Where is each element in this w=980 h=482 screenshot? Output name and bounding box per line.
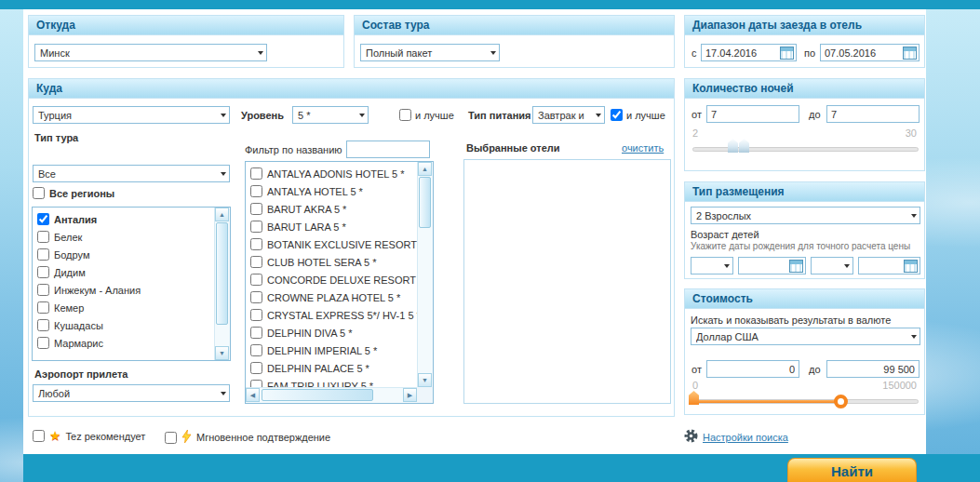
child1-age-select[interactable] (691, 257, 733, 274)
hotel-item[interactable]: CROWNE PLAZA HOTEL 5 * (247, 288, 417, 306)
calendar-icon[interactable] (789, 260, 803, 273)
country-select[interactable]: Турция (33, 106, 230, 124)
scroll-right-icon[interactable]: ▶ (403, 388, 417, 402)
child1-dob-input[interactable] (743, 261, 787, 272)
section-nights: Количество ночей от до 2 30 (684, 78, 925, 171)
region-item[interactable]: Дидим (34, 263, 214, 281)
region-checkbox[interactable] (37, 231, 49, 243)
scroll-down-icon[interactable]: ▼ (418, 373, 432, 387)
from-city-select[interactable]: Минск (34, 44, 267, 61)
hotel-item[interactable]: DELPHIN DIVA 5 * (247, 324, 417, 341)
nights-slider-track[interactable] (692, 147, 919, 152)
meal-select[interactable]: Завтрак и (532, 106, 605, 124)
search-button[interactable]: Найти (787, 458, 917, 482)
hotel-item[interactable]: DELPHIN IMPERIAL 5 * (247, 341, 417, 359)
level-better-checkbox[interactable] (399, 109, 411, 121)
search-settings[interactable]: Настройки поиска (684, 429, 788, 445)
hotel-checkbox[interactable] (250, 185, 262, 197)
region-item[interactable]: Анталия (34, 210, 214, 228)
nights-slider-handle-min[interactable] (728, 139, 738, 153)
region-item[interactable]: Кушадасы (34, 316, 214, 334)
scroll-up-icon[interactable]: ▲ (418, 162, 432, 176)
hotel-label: CONCORDE DELUXE RESORT 5 * (267, 274, 417, 286)
accommodation-select[interactable]: 2 Взрослых (691, 207, 920, 224)
hotel-item[interactable]: ANTALYA ADONIS HOTEL 5 * (247, 165, 417, 182)
cost-slider-handle-min[interactable] (689, 391, 699, 405)
region-label: Бодрум (54, 249, 89, 261)
hotel-item[interactable]: FAM TRIP LUXURY 5 * (247, 377, 417, 387)
tez-recommends-option[interactable]: ★ Tez рекомендует (33, 430, 145, 442)
region-item[interactable]: Инжекум - Алания (34, 281, 214, 299)
hotel-checkbox[interactable] (250, 274, 262, 286)
composition-select[interactable]: Полный пакет (360, 44, 500, 61)
cost-from-input[interactable] (706, 360, 799, 378)
region-item[interactable]: Белек (34, 228, 214, 246)
scroll-left-icon[interactable]: ◀ (246, 388, 260, 402)
hotel-checkbox[interactable] (250, 344, 262, 356)
child2-dob-input[interactable] (863, 261, 902, 272)
hotel-item[interactable]: CONCORDE DELUXE RESORT 5 * (247, 271, 417, 288)
hotel-checkbox[interactable] (250, 380, 262, 387)
nights-slider-handle-max[interactable] (739, 139, 749, 153)
region-item[interactable]: Мармарис (34, 334, 214, 352)
scroll-down-icon[interactable]: ▼ (215, 346, 229, 360)
hotel-checkbox[interactable] (250, 203, 262, 215)
region-item[interactable]: Бодрум (34, 246, 214, 263)
region-label: Мармарис (54, 338, 103, 349)
currency-select[interactable]: Доллар США (691, 328, 920, 345)
hotel-checkbox[interactable] (250, 291, 262, 303)
hotel-checkbox[interactable] (250, 221, 262, 233)
region-checkbox[interactable] (37, 213, 49, 225)
calendar-icon[interactable] (904, 260, 918, 273)
instant-confirmation-option[interactable]: Мгновенное подтверждение (165, 430, 330, 445)
regions-scroll-thumb[interactable] (216, 222, 228, 325)
hotel-item[interactable]: ANTALYA HOTEL 5 * (247, 182, 417, 200)
hotel-item[interactable]: CLUB HOTEL SERA 5 * (247, 253, 417, 271)
region-checkbox[interactable] (37, 284, 49, 296)
calendar-icon[interactable] (903, 47, 917, 60)
date-to-input[interactable] (825, 47, 901, 59)
hotels-horizontal-scrollbar[interactable]: ◀ ▶ (246, 387, 417, 403)
region-checkbox[interactable] (37, 319, 49, 331)
meal-better-checkbox[interactable] (611, 109, 623, 121)
instant-confirmation-checkbox[interactable] (165, 432, 177, 444)
hotel-checkbox[interactable] (250, 238, 262, 250)
hotel-item[interactable]: BARUT LARA 5 * (247, 218, 417, 235)
scroll-up-icon[interactable]: ▲ (215, 208, 229, 221)
clear-selected-link[interactable]: очистить (622, 142, 664, 154)
date-from-input[interactable] (705, 47, 778, 59)
region-item[interactable]: Кемер (34, 299, 214, 316)
cost-slider-track[interactable] (692, 399, 919, 404)
name-filter-input[interactable] (346, 141, 430, 158)
child2-age-select[interactable] (811, 257, 853, 274)
hotel-checkbox[interactable] (250, 362, 262, 374)
cost-to-input[interactable] (826, 360, 920, 378)
hotel-checkbox[interactable] (250, 167, 262, 180)
cost-slider-handle-max[interactable] (834, 395, 848, 408)
hotel-item[interactable]: BOTANIK EXCLUSIVE RESORT LARA 5 (247, 235, 417, 253)
nights-from-input[interactable] (706, 105, 799, 123)
hotel-item[interactable]: BARUT AKRA 5 * (247, 200, 417, 218)
tez-recommends-checkbox[interactable] (33, 430, 45, 442)
search-settings-link[interactable]: Настройки поиска (703, 432, 788, 443)
region-checkbox[interactable] (37, 337, 49, 349)
airport-select[interactable]: Любой (33, 384, 230, 402)
regions-vertical-scrollbar[interactable]: ▲ ▼ (214, 208, 230, 360)
hotels-hscroll-thumb[interactable] (262, 389, 373, 401)
hotel-checkbox[interactable] (250, 256, 262, 268)
region-checkbox[interactable] (37, 266, 49, 278)
hotel-checkbox[interactable] (250, 327, 262, 339)
calendar-icon[interactable] (780, 47, 794, 60)
region-checkbox[interactable] (37, 248, 49, 261)
nights-to-input[interactable] (826, 105, 920, 123)
hotel-item[interactable]: CRYSTAL EXPRESS 5*/ HV-1 5 * (247, 306, 417, 324)
region-checkbox[interactable] (37, 301, 49, 314)
hotels-vertical-scrollbar[interactable]: ▲ ▼ (417, 162, 433, 387)
selected-hotels-box[interactable] (463, 159, 671, 404)
hotel-checkbox[interactable] (250, 309, 262, 321)
tour-type-select[interactable]: Все (33, 165, 230, 182)
all-regions-checkbox[interactable] (33, 187, 45, 199)
hotel-item[interactable]: DELPHIN PALACE 5 * (247, 359, 417, 377)
hotels-vscroll-thumb[interactable] (419, 177, 431, 228)
level-select[interactable]: 5 * (292, 106, 369, 124)
